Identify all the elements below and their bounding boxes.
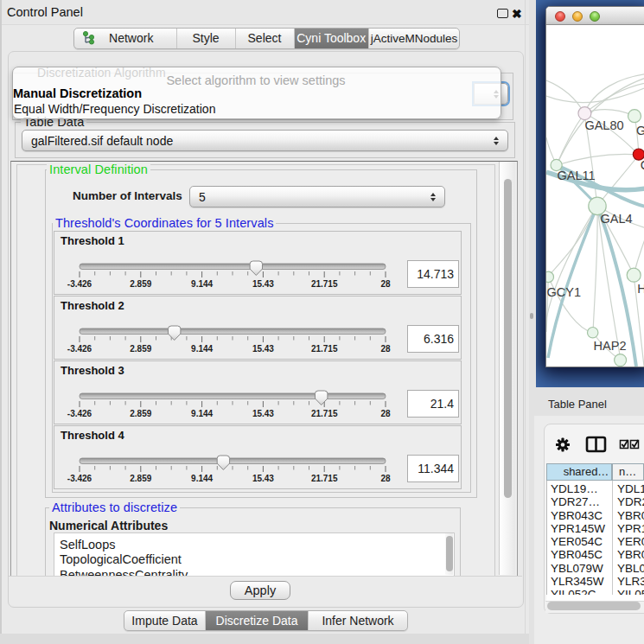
svg-text:CDC1: CDC1 [641, 158, 644, 172]
svg-text:28: 28 [380, 474, 391, 483]
svg-text:GAL11: GAL11 [558, 169, 596, 182]
svg-text:21.715: 21.715 [311, 344, 338, 354]
svg-text:28: 28 [380, 279, 391, 289]
svg-text:21.715: 21.715 [311, 279, 338, 289]
svg-text:GAL80: GAL80 [584, 118, 623, 132]
svg-text:-3.426: -3.426 [67, 409, 92, 418]
svg-text:HAP4: HAP4 [637, 282, 644, 296]
svg-text:2.859: 2.859 [130, 279, 151, 289]
svg-text:15.43: 15.43 [252, 409, 274, 418]
svg-text:21.715: 21.715 [311, 409, 338, 418]
svg-text:21.715: 21.715 [311, 474, 338, 483]
svg-text:9.144: 9.144 [191, 474, 213, 483]
svg-text:GAL3: GAL3 [636, 124, 644, 137]
svg-text:-3.426: -3.426 [67, 279, 92, 289]
svg-text:15.43: 15.43 [252, 344, 274, 354]
svg-text:28: 28 [380, 344, 391, 354]
svg-text:2.859: 2.859 [130, 409, 151, 418]
svg-text:GAL4: GAL4 [601, 212, 633, 226]
svg-text:GCY1: GCY1 [547, 285, 582, 299]
svg-text:2.859: 2.859 [130, 474, 151, 483]
svg-text:-3.426: -3.426 [67, 344, 92, 354]
svg-text:9.144: 9.144 [191, 409, 213, 418]
svg-text:15.43: 15.43 [252, 474, 274, 483]
svg-text:HAP2: HAP2 [594, 339, 627, 353]
svg-text:2.859: 2.859 [130, 344, 151, 354]
svg-text:9.144: 9.144 [191, 344, 213, 354]
svg-text:28: 28 [380, 409, 391, 418]
svg-text:-3.426: -3.426 [67, 474, 92, 483]
svg-text:15.43: 15.43 [252, 279, 274, 289]
svg-text:9.144: 9.144 [191, 279, 213, 289]
